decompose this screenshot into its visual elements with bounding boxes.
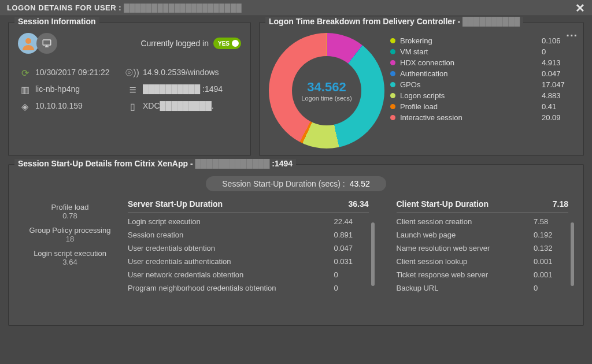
legend-value: 17.047 (542, 80, 574, 89)
client-scrollbar[interactable] (571, 222, 574, 286)
server-table: Login script execution22.44Session creat… (128, 216, 369, 294)
controller-value: XDC█████████. (143, 101, 241, 110)
server-icon: ≣ (125, 84, 139, 95)
legend-value: 0.41 (542, 102, 574, 111)
session-startup-panel: Session Start-Up Details from Citrix Xen… (8, 164, 584, 326)
window-title-prefix: LOGON DETAINS FOR USER : (7, 3, 121, 12)
logon-breakdown-panel: Logon Time Breakdown from Delivery Contr… (259, 22, 584, 156)
logged-in-toggle[interactable]: YES (213, 38, 241, 49)
legend-value: 20.09 (542, 113, 574, 122)
legend-label: GPOs (400, 80, 542, 89)
summary-label: Login script execution (24, 249, 116, 258)
startup-title: Session Start-Up Details from Citrix Xen… (14, 159, 296, 168)
monitor-icon (36, 33, 57, 54)
summary-value: 3.64 (24, 258, 116, 266)
total-duration-value: 43.52 (350, 179, 370, 188)
legend-label: Logon scripts (400, 91, 542, 100)
legend-label: Interactive session (400, 113, 542, 122)
server-heading: Server Start-Up Duration (128, 199, 223, 209)
row-value: 7.58 (534, 217, 568, 226)
server-total: 36.34 (348, 199, 368, 209)
ip-icon: ◈ (18, 101, 32, 112)
logged-in-value: YES (218, 40, 230, 47)
hostname: lic-nb-hp4ng (35, 84, 122, 94)
legend-dot-icon (390, 104, 395, 109)
summary-item: Group Policy processing18 (24, 226, 116, 243)
legend: Brokering0.106VM start0HDX connection4.9… (390, 33, 574, 148)
summary-value: 0.78 (24, 211, 116, 220)
legend-dot-icon (390, 93, 395, 98)
server-startup-col: Server Start-Up Duration 36.34 Login scr… (122, 199, 375, 294)
row-label: Name resolution web server (397, 244, 534, 252)
table-row: Login script execution22.44 (128, 216, 369, 227)
session-info-title: Session Information (14, 17, 99, 26)
summary-value: 18 (24, 235, 116, 243)
total-duration-pill: Session Start-Up Duration (secs) : 43.52 (206, 176, 386, 191)
row-value: 22.44 (334, 217, 369, 226)
legend-item: Profile load0.41 (390, 102, 574, 111)
row-label: Program neighborhood credentials obtenti… (128, 284, 334, 292)
table-row: Client session creation7.58 (397, 216, 569, 227)
row-value: 0.891 (334, 231, 369, 239)
session-info-panel: Session Information Currently logged in … (8, 22, 251, 156)
row-value: 0.001 (534, 270, 568, 279)
legend-item: Logon scripts4.883 (390, 91, 574, 100)
row-label: Backup URL (397, 284, 534, 292)
row-value: 0.031 (334, 257, 369, 266)
panel-menu-icon[interactable]: ... (566, 26, 578, 39)
client-total: 7.18 (553, 199, 568, 209)
table-row: Name resolution web server0.132 (397, 243, 569, 254)
legend-label: VM start (400, 47, 542, 56)
legend-value: 4.883 (542, 91, 574, 100)
table-row: User network credentials obtention0 (128, 269, 369, 280)
donut-center-label: Logon time (secs) (301, 95, 352, 102)
legend-value: 0.047 (542, 69, 574, 78)
row-label: User credentials obtention (128, 244, 334, 252)
server-scrollbar[interactable] (371, 222, 375, 286)
row-label: Login script execution (128, 217, 334, 226)
user-avatar-icon (18, 33, 39, 54)
startup-summary-col: Profile load0.78Group Policy processing1… (18, 199, 122, 294)
legend-label: Brokering (400, 36, 542, 45)
row-label: Launch web page (397, 231, 534, 239)
close-icon[interactable]: ✕ (575, 2, 586, 14)
legend-dot-icon (390, 115, 395, 120)
legend-item: Interactive session20.09 (390, 113, 574, 122)
logged-in-label: Currently logged in (140, 39, 209, 48)
legend-label: HDX connection (400, 58, 542, 67)
legend-item: Brokering0.106 (390, 36, 574, 45)
row-value: 0.047 (334, 244, 369, 252)
svg-rect-1 (43, 40, 51, 45)
row-label: Client session lookup (397, 257, 534, 266)
clock-icon: ⟳ (18, 68, 32, 79)
client-heading: Client Start-Up Duration (397, 199, 489, 209)
table-row: Launch web page0.192 (397, 229, 569, 240)
legend-label: Profile load (400, 102, 542, 111)
legend-dot-icon (390, 49, 395, 54)
summary-item: Login script execution3.64 (24, 249, 116, 266)
client-startup-col: Client Start-Up Duration 7.18 Client ses… (391, 199, 575, 294)
donut-chart: 34.562 Logon time (secs) (269, 33, 384, 148)
window-title-user: █████████████████████ (124, 3, 242, 12)
table-row: Backup URL0 (397, 283, 569, 294)
legend-item: Authentication0.047 (390, 69, 574, 78)
legend-label: Authentication (400, 69, 542, 78)
session-timestamp: 10/30/2017 09:21:22 (35, 68, 122, 77)
legend-value: 4.913 (542, 58, 574, 67)
server-value: ██████████ :1494 (143, 84, 241, 94)
row-label: Session creation (128, 231, 334, 239)
row-value: 0.192 (534, 231, 568, 239)
row-value: 0 (334, 284, 369, 292)
row-value: 0 (334, 270, 369, 279)
legend-item: HDX connection4.913 (390, 58, 574, 67)
svg-point-0 (25, 38, 31, 44)
breakdown-title: Logon Time Breakdown from Delivery Contr… (265, 17, 523, 26)
signal-icon: ⦾)) (125, 68, 139, 78)
summary-label: Profile load (24, 203, 116, 211)
legend-dot-icon (390, 60, 395, 65)
legend-value: 0 (542, 47, 574, 56)
logon-details-window: LOGON DETAINS FOR USER : ███████████████… (0, 0, 592, 364)
row-value: 0 (534, 284, 568, 292)
row-label: Client session creation (397, 217, 534, 226)
legend-dot-icon (390, 38, 395, 43)
